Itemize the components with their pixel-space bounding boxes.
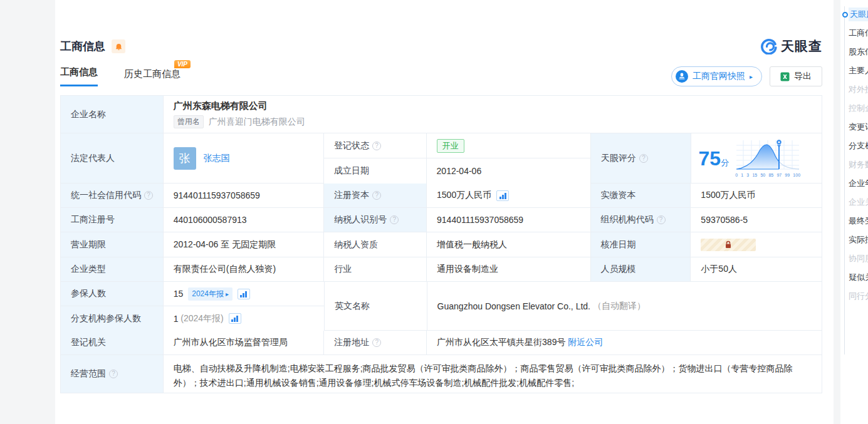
tab-toolbar-row: 工商信息 历史工商信息 VIP 工商官网快照 ▸ 导出 [60, 66, 822, 86]
field-value-business-term: 2012-04-06 至 无固定期限 [164, 232, 325, 257]
sidebar-item-gongshang[interactable]: 工商信 [849, 24, 868, 43]
sidebar-item-zuizhong[interactable]: 最终受 [849, 212, 868, 230]
sidebar-item-biangeng[interactable]: 变更记 [849, 118, 868, 137]
field-label-business-term: 营业期限 [61, 232, 164, 257]
field-value-taxpayer-id: 914401115937058659 [427, 208, 591, 232]
field-value-staff-size: 小于50人 [691, 257, 822, 282]
field-value-paid-capital: 1500万人民币 [691, 184, 822, 208]
snapshot-arrow-icon: ▸ [750, 73, 753, 80]
field-label-legal-rep: 法定代表人 [61, 133, 164, 184]
field-label-reg-capital: 注册资本 ? [324, 184, 427, 208]
field-value-company-name: 广州东森电梯有限公司 曾用名 广州喜迎门电梯有限公司 [164, 96, 822, 133]
anchor-sidebar: 天眼风 工商信 股东信 主要人 对外投 控制企 变更记 分支机 财务数 企业年 … [840, 0, 868, 424]
auto-translate-note: （自动翻译） [593, 301, 646, 312]
legal-rep-link[interactable]: 张志国 [204, 153, 230, 164]
score-axis-ticks: 0131550859799100 [735, 173, 800, 177]
lock-icon [724, 240, 732, 249]
field-label-establish-date: 成立日期 [324, 158, 427, 184]
sidebar-item-gudong[interactable]: 股东信 [849, 43, 868, 61]
field-value-taxpayer-quality: 增值税一般纳税人 [427, 232, 591, 257]
field-label-english-name: 英文名称 [325, 282, 427, 331]
field-value-approval-date-locked[interactable] [691, 232, 822, 257]
status-date-block: 登记状态 ? 开业 成立日期 2012-04-06 [324, 133, 591, 184]
field-label-credit-code: 统一社会信用代码 ? [61, 184, 164, 208]
field-value-company-type: 有限责任公司(自然人独资) [164, 257, 325, 282]
tianyancha-logo[interactable]: 天眼查 [761, 38, 822, 55]
field-label-company-name: 企业名称 [61, 96, 164, 133]
sidebar-item-tianyan[interactable]: 天眼风 [849, 5, 868, 24]
field-label-approval-date: 核准日期 [591, 232, 691, 257]
subscribe-bell-button[interactable] [112, 39, 125, 53]
help-icon[interactable]: ? [657, 215, 666, 224]
field-label-tyc-score: 天眼评分 ? [591, 133, 691, 184]
sidebar-item-zhuyao[interactable]: 主要人 [849, 61, 868, 80]
sidebar-item-fenzhi[interactable]: 分支机 [849, 137, 868, 155]
help-icon[interactable]: ? [390, 215, 399, 224]
sidebar-item-kongzhi[interactable]: 控制企 [849, 99, 868, 118]
sidebar-rail [844, 6, 845, 354]
field-label-reg-address: 注册地址 ? [324, 331, 427, 355]
excel-icon [780, 72, 790, 81]
capital-trend-chart-icon[interactable] [496, 190, 509, 201]
help-icon[interactable]: ? [144, 191, 153, 200]
vip-locked-value[interactable] [701, 239, 756, 251]
legal-rep-avatar[interactable]: 张 [174, 147, 196, 170]
report-note: (2024年报) [180, 313, 223, 324]
sidebar-item-yisi[interactable]: 疑似关 [849, 268, 868, 287]
tab-history-business-info[interactable]: 历史工商信息 VIP [124, 68, 180, 86]
sidebar-item-shiji[interactable]: 实际控 [849, 230, 868, 249]
tab-business-info[interactable]: 工商信息 [60, 66, 98, 86]
company-name: 广州东森电梯有限公司 [174, 100, 268, 112]
field-value-reg-capital: 1500万人民币 [427, 184, 591, 208]
export-button[interactable]: 导出 [770, 66, 822, 86]
field-value-english-name: Guangzhou Dongsen Elevator Co., Ltd. （自动… [427, 282, 822, 331]
business-info-table: 企业名称 广州东森电梯有限公司 曾用名 广州喜迎门电梯有限公司 法定代表人 张 … [60, 95, 822, 393]
sidebar-item-qiye-nianbao[interactable]: 企业年 [849, 174, 868, 193]
business-info-card: 工商信息 天眼查 工商信息 历史工商信息 VIP [55, 0, 834, 424]
field-label-taxpayer-quality: 纳税人资质 [324, 232, 427, 257]
help-icon[interactable]: ? [639, 154, 648, 163]
logo-text: 天眼查 [781, 38, 822, 55]
sidebar-item-duiwai[interactable]: 对外投 [849, 80, 868, 99]
help-icon[interactable]: ? [372, 191, 381, 200]
field-label-taxpayer-id: 纳税人识别号 ? [324, 208, 427, 232]
field-label-staff-size: 人员规模 [591, 257, 691, 282]
vip-badge: VIP [174, 60, 191, 68]
nearby-companies-link[interactable]: 附近公司 [568, 337, 603, 348]
status-open-badge: 开业 [437, 139, 464, 153]
field-label-insured-count: 参保人数 [61, 282, 164, 306]
tianyancha-swirl-icon [761, 38, 777, 54]
field-label-paid-capital: 实缴资本 [591, 184, 691, 208]
insured-block: 参保人数 15 2024年报▸ 分支机构参保人数 1 (2024年报) [61, 282, 325, 331]
help-icon[interactable]: ? [372, 142, 381, 150]
field-value-reg-number: 440106000587913 [164, 208, 325, 232]
sidebar-item-qiye-guanxi[interactable]: 企业关 [849, 193, 868, 212]
field-label-reg-status: 登记状态 ? [324, 133, 427, 158]
active-dot-icon [842, 12, 848, 18]
field-value-establish-date: 2012-04-06 [427, 158, 590, 184]
field-value-legal-rep: 张 张志国 [164, 133, 324, 184]
score-unit: 分 [721, 158, 729, 167]
sidebar-item-xietong[interactable]: 协同股 [849, 249, 868, 268]
field-value-insured-count: 15 2024年报▸ [164, 282, 324, 306]
help-icon[interactable]: ? [372, 338, 381, 347]
former-name-badge: 曾用名 [174, 115, 204, 128]
help-icon[interactable]: ? [109, 370, 118, 378]
insured-trend-chart-icon[interactable] [238, 289, 250, 299]
annual-report-tag[interactable]: 2024年报▸ [188, 287, 233, 301]
card-header: 工商信息 天眼查 [60, 38, 822, 55]
tyc-score-cell[interactable]: 75分 [691, 133, 822, 184]
former-name: 广州喜迎门电梯有限公司 [209, 116, 305, 128]
stamp-icon [676, 70, 688, 83]
sidebar-item-caiwu[interactable]: 财务数 [849, 155, 868, 174]
branch-insured-trend-chart-icon[interactable] [229, 313, 241, 324]
field-label-org-code: 组织机构代码 ? [591, 208, 691, 232]
field-value-credit-code: 914401115937058659 [164, 184, 325, 208]
score-pin-icon [777, 145, 781, 148]
official-snapshot-button[interactable]: 工商官网快照 ▸ [671, 66, 762, 86]
field-value-branch-insured: 1 (2024年报) [164, 306, 324, 331]
field-value-industry: 通用设备制造业 [427, 257, 591, 282]
field-value-reg-status: 开业 [427, 133, 590, 158]
field-label-reg-number: 工商注册号 [61, 208, 164, 232]
sidebar-item-tonghang[interactable]: 同行分 [849, 287, 868, 306]
